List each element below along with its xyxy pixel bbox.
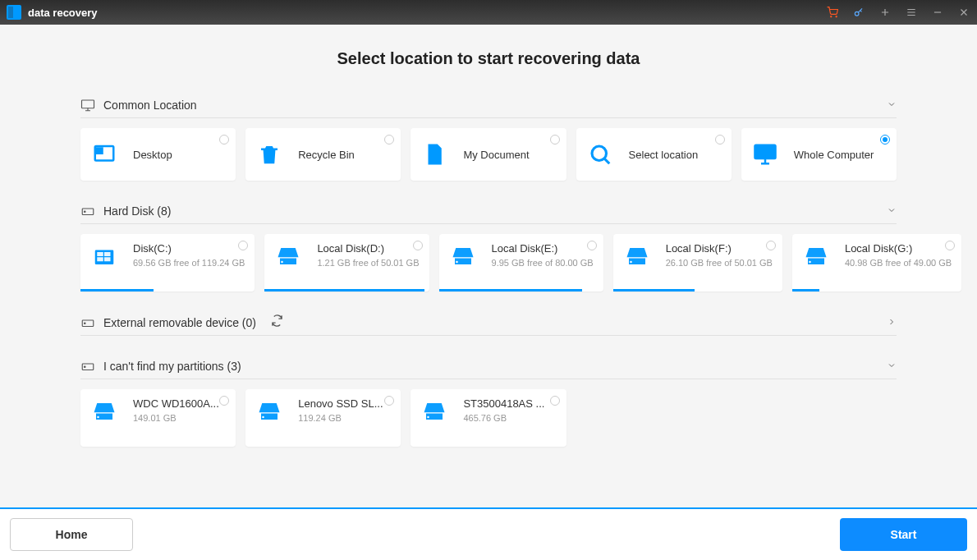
disk-icon (80, 204, 95, 218)
radio[interactable] (384, 396, 394, 406)
radio[interactable] (945, 241, 955, 250)
key-icon[interactable] (852, 6, 865, 19)
refresh-icon[interactable] (271, 314, 283, 330)
svg-rect-11 (97, 252, 103, 256)
main-content: Select location to start recovering data… (0, 25, 977, 507)
card-disk[interactable]: Local Disk(E:) 9.95 GB free of 80.00 GB (439, 234, 603, 291)
radio[interactable] (550, 135, 560, 145)
usage-bar (80, 289, 154, 291)
svg-rect-13 (97, 257, 103, 261)
chevron-right-icon (887, 315, 897, 330)
radio[interactable] (766, 241, 776, 250)
usage-bar (792, 289, 819, 291)
card-label: Disk(C:) (133, 242, 245, 255)
chevron-down-icon (887, 204, 897, 218)
disk-icon (80, 359, 95, 374)
menu-icon[interactable] (905, 6, 918, 19)
document-icon (420, 140, 448, 168)
close-icon[interactable] (957, 6, 970, 19)
card-partition[interactable]: WDC WD1600A... 149.01 GB (80, 389, 236, 447)
start-button[interactable]: Start (840, 518, 967, 551)
card-label: ST3500418AS ... (463, 397, 544, 410)
trash-icon (255, 140, 283, 168)
card-label: Recycle Bin (298, 149, 355, 161)
section-header-hard-disk[interactable]: Hard Disk (8) (80, 199, 897, 224)
radio[interactable] (587, 241, 597, 250)
card-my-document[interactable]: My Document (411, 128, 566, 181)
radio[interactable] (550, 396, 560, 406)
card-sub: 1.21 GB free of 50.01 GB (317, 258, 419, 268)
section-header-common[interactable]: Common Location (80, 93, 897, 118)
card-sub: 119.24 GB (298, 413, 383, 423)
radio[interactable] (413, 241, 423, 250)
card-label: Desktop (133, 149, 172, 161)
plus-icon[interactable] (878, 6, 892, 19)
chevron-down-icon (887, 359, 897, 374)
section-title: Hard Disk (8) (103, 204, 171, 218)
svg-point-18 (85, 366, 86, 368)
section-header-partitions[interactable]: I can't find my partitions (3) (80, 354, 897, 379)
card-label: Local Disk(E:) (492, 242, 594, 255)
drive-icon (802, 242, 830, 270)
radio[interactable] (219, 135, 229, 145)
drive-icon (90, 242, 118, 270)
search-icon (586, 140, 614, 168)
svg-rect-14 (104, 257, 111, 261)
svg-rect-5 (97, 149, 102, 154)
card-disk[interactable]: Local Disk(F:) 26.10 GB free of 50.01 GB (613, 234, 782, 291)
svg-point-1 (836, 16, 837, 17)
common-location-cards: Desktop Recycle Bin My Document Select l… (80, 128, 897, 181)
section-title: Common Location (103, 99, 197, 112)
usage-bar (439, 289, 582, 291)
card-label: Whole Computer (794, 149, 874, 161)
drive-icon (420, 397, 448, 425)
chevron-down-icon (887, 98, 897, 112)
usage-bar (264, 289, 424, 291)
computer-icon (751, 140, 779, 168)
minimize-icon[interactable] (931, 6, 944, 19)
app-logo-icon (7, 5, 21, 20)
card-sub: 465.76 GB (463, 413, 544, 423)
card-disk[interactable]: Local Disk(G:) 40.98 GB free of 49.00 GB (792, 234, 961, 291)
card-select-location[interactable]: Select location (576, 128, 732, 181)
radio[interactable] (880, 135, 890, 145)
card-sub: 40.98 GB free of 49.00 GB (845, 258, 952, 268)
radio[interactable] (238, 241, 248, 250)
section-header-external[interactable]: External removable device (0) (80, 310, 897, 336)
section-title: I can't find my partitions (3) (103, 360, 241, 373)
radio[interactable] (715, 135, 725, 145)
home-button[interactable]: Home (10, 518, 133, 551)
svg-rect-7 (755, 145, 775, 158)
drive-icon (623, 242, 651, 270)
radio[interactable] (384, 135, 394, 145)
card-disk[interactable]: Disk(C:) 69.56 GB free of 119.24 GB (80, 234, 255, 291)
svg-point-0 (831, 16, 832, 17)
card-recycle-bin[interactable]: Recycle Bin (245, 128, 401, 181)
hard-disk-cards: Disk(C:) 69.56 GB free of 119.24 GB Loca… (80, 234, 897, 291)
card-whole-computer[interactable]: Whole Computer (741, 128, 897, 181)
monitor-icon (80, 98, 95, 112)
svg-point-6 (592, 146, 607, 161)
card-label: Local Disk(G:) (845, 242, 952, 255)
card-desktop[interactable]: Desktop (80, 128, 236, 181)
drive-icon (90, 397, 118, 425)
card-label: Select location (629, 149, 699, 161)
page-heading: Select location to start recovering data (80, 49, 897, 68)
svg-point-9 (85, 211, 86, 213)
section-title: External removable device (0) (103, 316, 256, 329)
partition-cards: WDC WD1600A... 149.01 GB Lenovo SSD SL..… (80, 389, 897, 447)
app-title: data recovery (28, 7, 98, 19)
radio[interactable] (219, 396, 229, 406)
card-sub: 149.01 GB (133, 413, 219, 423)
footer-bar: Home Start (0, 507, 977, 560)
card-disk[interactable]: Local Disk(D:) 1.21 GB free of 50.01 GB (264, 234, 429, 291)
drive-icon (274, 242, 302, 270)
card-partition[interactable]: ST3500418AS ... 465.76 GB (411, 389, 566, 447)
card-sub: 26.10 GB free of 50.01 GB (666, 258, 773, 268)
title-bar: data recovery (0, 0, 977, 25)
cart-icon[interactable] (826, 6, 839, 19)
svg-rect-3 (82, 100, 94, 108)
card-partition[interactable]: Lenovo SSD SL... 119.24 GB (245, 389, 401, 447)
drive-icon (449, 242, 477, 270)
card-label: Lenovo SSD SL... (298, 397, 383, 410)
